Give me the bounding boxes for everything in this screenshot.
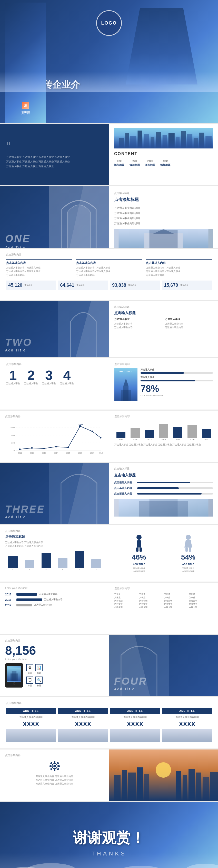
svg-rect-66 — [54, 761, 55, 763]
year-row-2017: 2017 万达通入事业内容 — [5, 603, 104, 607]
svg-rect-69 — [58, 765, 60, 767]
svg-point-36 — [55, 446, 57, 447]
text-table: 万达通入事业内容说明内容文字内容文字 万达通入事业内容说明内容文字内容文字 万达… — [114, 593, 213, 609]
tablet-home-btn — [13, 682, 15, 684]
big-num-11: 8,156 — [5, 645, 104, 657]
brand-name: 演界网 — [21, 111, 30, 115]
city-sunset-svg — [109, 749, 218, 801]
slide-num-8: 点击输入标题 — [114, 467, 213, 470]
stat-row-2: 万达通入事业 — [140, 376, 213, 381]
svg-text:2014: 2014 — [54, 452, 58, 454]
svg-rect-72 — [50, 768, 53, 771]
slide-num-6: 点击添加内容 — [6, 363, 103, 366]
desc-text-9: 万达通入事业内容 万达通入事业内容 万达通入事业内容 万达通入事业内容 — [5, 540, 104, 548]
bar-col-f: F — [88, 550, 104, 570]
enter-text-10: Enter your title here — [5, 587, 104, 589]
svg-rect-84 — [196, 773, 201, 801]
svg-text:2016: 2016 — [78, 452, 82, 454]
svg-marker-58 — [184, 540, 192, 548]
icons-grid: ⚙ 标题 📊 标题 💬 标题 🔍 标题 — [26, 664, 43, 687]
arch-photo-right — [114, 229, 213, 248]
img-and-stats: ADD TITLE 万达 — [114, 368, 213, 401]
clouds-decoration — [0, 72, 218, 92]
tablet-screen-svg — [7, 666, 21, 682]
svg-text:0: 0 — [13, 450, 15, 452]
svg-rect-60 — [189, 548, 191, 552]
content-title-3: 点击添加标题 — [114, 197, 213, 203]
text-col-2: 万达通入事业 万达通入事业内容万达通入事业内容 — [165, 317, 213, 330]
svg-point-39 — [91, 431, 93, 432]
slide-num-10r: 点击添加内容 — [114, 587, 213, 590]
bar-item-1: 2015 — [114, 420, 128, 441]
slide-num-3: 点击输入标题 — [114, 191, 213, 195]
slide-num-4: 点击添加内容 — [6, 253, 212, 256]
svg-text:300: 300 — [11, 442, 15, 444]
slide-num-12: 点击添加内容 — [6, 701, 212, 705]
svg-rect-23 — [121, 390, 131, 401]
tower-svg — [114, 368, 137, 401]
left-timeline: Enter your title here 2015 万达通入事业内容 2016… — [0, 583, 109, 634]
thanks-sub: THANKS — [91, 850, 127, 857]
svg-point-92 — [185, 864, 218, 868]
add-card-4: ADD TITLE 万达通入事业内容说明 XXXX — [162, 708, 212, 742]
cards-row-12: ADD TITLE 万达通入事业内容说明 XXXX ADD TITLE 万达通入… — [6, 708, 212, 742]
thank-title: 谢谢观赏！ — [73, 828, 145, 848]
svg-point-40 — [100, 437, 102, 438]
svg-text:1,000: 1,000 — [9, 427, 15, 429]
brand-icon: 演 — [22, 102, 29, 109]
enter-text-11: Enter your title here — [5, 658, 104, 661]
left-four: 点击添加内容 8,156 Enter your title here — [0, 635, 109, 696]
slide-thanks: 谢谢观赏！ THANKS — [0, 802, 218, 868]
content-row-2: 点击基础入内容 — [114, 486, 213, 490]
content-label: CONTENT — [114, 152, 213, 156]
bottom-cards: 45,120 添加标题 64,641 添加标题 93,838 添加标题 15,6… — [6, 281, 212, 290]
content-text-3: 万达通入事业内容说明 万达通入事业内容说明 万达通入事业内容说明 万达通入事业内… — [114, 206, 213, 226]
card-img-3 — [110, 729, 160, 742]
slide-num-11: 点击添加内容 — [5, 639, 104, 643]
icon-item-3: 💬 标题 — [26, 677, 33, 687]
svg-point-57 — [186, 535, 191, 540]
stats-right-panel: 万达通入事业 万达通入事业 78% Click here to add cont… — [140, 368, 213, 401]
female-pct: 54% — [181, 553, 195, 561]
quote-mark: " — [6, 141, 103, 153]
bottom-card-2: 64,641 添加标题 — [58, 281, 108, 290]
svg-text:2018: 2018 — [99, 452, 103, 454]
svg-point-65 — [53, 765, 56, 767]
slide-bar-gender: 点击添加内容 点击添加标题 万达通入事业内容 万达通入事业内容 万达通入事业内容… — [0, 525, 218, 582]
svg-rect-56 — [139, 548, 142, 552]
svg-rect-52 — [149, 499, 178, 517]
logo-circle: LOGO — [96, 10, 122, 36]
icon-item-2: 📊 标题 — [35, 664, 43, 675]
bottom-card-4: 15,679 添加标题 — [162, 281, 212, 290]
svg-rect-70 — [50, 762, 53, 764]
add-title-overlay: ADD TITLE — [119, 370, 133, 372]
nav-item-two: two 添加标题 — [130, 159, 140, 167]
svg-text:600: 600 — [11, 434, 15, 436]
content-row-3: 点击基础入内容 — [114, 492, 213, 496]
add-card-3: ADD TITLE 万达通入事业内容说明 XXXX — [110, 708, 160, 742]
nav-item-one: one 添加标题 — [114, 159, 125, 167]
svg-rect-80 — [144, 774, 149, 801]
svg-text:2013: 2013 — [42, 452, 46, 454]
bar-col-d: D — [55, 550, 71, 570]
nav-item-four: four 添加标题 — [160, 159, 170, 167]
left-one: ONE Add Title — [0, 186, 109, 248]
right-city-sunset — [109, 749, 218, 801]
click-title-5: 点击输入标题 — [114, 311, 213, 315]
svg-rect-82 — [183, 775, 187, 801]
bar-item-6: 2020 — [186, 420, 199, 441]
svg-rect-55 — [136, 548, 138, 552]
bar-item-4: 2018 — [157, 420, 170, 441]
bottom-card-3: 93,838 添加标题 — [110, 281, 160, 290]
right-one: 点击输入标题 点击添加标题 万达通入事业内容说明 万达通入事业内容说明 万达通入… — [109, 186, 218, 248]
slide-num-5: 点击输入标题 — [114, 305, 213, 309]
slide-gear-city: 点击添加内容 万达通入事业内容 万达通入事业内容 万达通入事业内容 万达通入事业… — [0, 749, 218, 801]
gear-icon — [48, 760, 61, 773]
bar-item-5: 2019 — [171, 420, 184, 441]
bar-col-e: E — [72, 550, 87, 570]
svg-rect-68 — [50, 765, 52, 767]
right-numbers: 点击添加内容 ADD TITLE — [109, 359, 218, 409]
bar-col-c: C — [38, 550, 54, 570]
female-label: ADD TITLE — [182, 563, 194, 565]
tower-image: ADD TITLE — [114, 368, 137, 401]
